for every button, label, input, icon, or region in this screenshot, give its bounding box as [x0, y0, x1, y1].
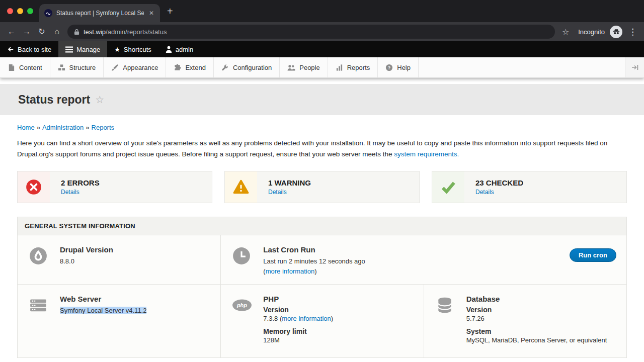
menu-item-appearance[interactable]: Appearance	[104, 57, 166, 77]
home-icon[interactable]: ⌂	[49, 22, 64, 41]
last-cron-run-title: Last Cron Run	[263, 245, 365, 254]
section-header: GENERAL SYSTEM INFORMATION	[18, 217, 626, 235]
forward-icon[interactable]: →	[19, 22, 34, 41]
shortcuts-star-icon: ★	[114, 46, 120, 53]
menu-item-content[interactable]: Content	[0, 57, 50, 77]
hamburger-icon	[65, 46, 73, 53]
manage-button[interactable]: Manage	[58, 41, 107, 57]
configuration-icon	[221, 64, 229, 71]
drupal-version-value: 8.8.0	[60, 256, 113, 266]
svg-text:?: ?	[388, 65, 390, 70]
collapse-icon	[631, 64, 638, 70]
breadcrumb-administration[interactable]: Administration	[42, 124, 84, 131]
shortcuts-button[interactable]: ★ Shortcuts	[107, 41, 158, 57]
appearance-icon	[111, 64, 119, 71]
last-cron-run-cell: Last Cron Run Last run 2 minutes 12 seco…	[220, 235, 626, 284]
user-label: admin	[176, 46, 193, 53]
status-summary: 2 ERRORS Details 1 WARNING Details	[17, 171, 627, 203]
shortcut-toggle-star-icon[interactable]: ☆	[95, 94, 104, 106]
main-content: Home»Administration»Reports Here you can…	[0, 115, 644, 358]
php-version-line: 7.3.8 (more information)	[263, 314, 333, 324]
breadcrumb-separator: »	[86, 124, 89, 131]
manage-label: Manage	[76, 46, 100, 53]
menu-item-extend[interactable]: Extend	[166, 57, 213, 77]
system-requirements-link[interactable]: system requirements.	[394, 150, 459, 158]
warning-details-link[interactable]: Details	[268, 189, 311, 196]
menu-item-configuration[interactable]: Configuration	[214, 57, 280, 77]
database-version-label: Version	[466, 306, 607, 314]
url-text: test.wip/admin/reports/status	[84, 28, 167, 36]
checked-icon-area	[432, 171, 464, 203]
menu-item-structure[interactable]: Structure	[50, 57, 104, 77]
menu-label: Help	[397, 64, 411, 71]
error-details-link[interactable]: Details	[61, 189, 100, 196]
warning-icon-area	[225, 171, 257, 203]
window-zoom-button[interactable]	[27, 8, 33, 14]
intro-text: Here you can find a short overview of yo…	[17, 139, 607, 158]
web-server-title: Web Server	[60, 295, 146, 303]
general-system-information-section: GENERAL SYSTEM INFORMATION Drupal Versio…	[17, 217, 627, 358]
back-icon[interactable]: ←	[4, 22, 19, 41]
window-minimize-button[interactable]	[17, 8, 23, 14]
user-icon	[166, 46, 172, 53]
menu-item-people[interactable]: People	[280, 57, 328, 77]
database-system-label: System	[466, 327, 607, 335]
database-icon	[435, 296, 455, 315]
database-cell: Database Version 5.7.26 System MySQL, Ma…	[424, 285, 626, 357]
lock-icon	[74, 29, 79, 35]
php-memory-value: 128M	[263, 335, 333, 345]
reports-icon	[336, 64, 343, 71]
people-icon	[287, 64, 295, 71]
url-path: /admin/reports/status	[106, 28, 167, 36]
drupal-admin-menu: Content Structure Appearance Extend Conf…	[0, 57, 644, 78]
menu-label: Reports	[347, 64, 370, 71]
reload-icon[interactable]: ↻	[34, 22, 49, 41]
tab-title: Status report | Symfony Local Se	[56, 10, 144, 17]
browser-tabstrip: Status report | Symfony Local Se ✕ +	[0, 0, 644, 22]
browser-tab[interactable]: Status report | Symfony Local Se ✕	[39, 4, 160, 22]
paren: )	[314, 267, 316, 275]
error-count: 2 ERRORS	[61, 178, 100, 187]
drupal-version-cell: Drupal Version 8.8.0	[18, 235, 220, 284]
last-cron-run-value: Last run 2 minutes 12 seconds ago	[263, 256, 365, 266]
user-menu-button[interactable]: admin	[158, 41, 200, 57]
drupal-admin-toolbar: Back to site Manage ★ Shortcuts admin	[0, 41, 644, 57]
web-server-cell: Web Server Symfony Local Server v4.11.2	[18, 285, 220, 357]
bookmark-star-icon[interactable]: ☆	[562, 27, 569, 37]
error-icon	[26, 179, 42, 195]
php-more-information-link[interactable]: more information	[282, 315, 331, 322]
warning-card: 1 WARNING Details	[224, 171, 420, 203]
cron-more-information-link[interactable]: more information	[266, 267, 315, 275]
window-close-button[interactable]	[7, 8, 13, 14]
php-cell: php PHP Version 7.3.8 (more information)…	[220, 285, 423, 357]
menu-item-help[interactable]: ? Help	[378, 57, 419, 77]
warning-icon	[232, 179, 250, 195]
browser-menu-icon[interactable]: ⋮	[628, 27, 637, 37]
paren: )	[331, 315, 333, 322]
incognito-icon	[610, 26, 622, 38]
tab-close-icon[interactable]: ✕	[148, 10, 155, 17]
checked-details-link[interactable]: Details	[475, 189, 523, 196]
extend-icon	[174, 64, 181, 71]
menu-item-reports[interactable]: Reports	[328, 57, 378, 77]
menu-label: Content	[19, 64, 42, 71]
cron-more-info-line: (more information)	[263, 266, 365, 277]
back-to-site-button[interactable]: Back to site	[0, 41, 58, 57]
intro-paragraph: Here you can find a short overview of yo…	[17, 138, 627, 159]
php-memory-label: Memory limit	[263, 327, 333, 335]
breadcrumb-reports[interactable]: Reports	[92, 124, 115, 131]
page-title: Status report	[18, 93, 90, 107]
breadcrumb-home[interactable]: Home	[17, 124, 35, 131]
new-tab-button[interactable]: +	[167, 6, 173, 17]
run-cron-button[interactable]: Run cron	[570, 248, 616, 262]
address-bar[interactable]: test.wip/admin/reports/status	[67, 25, 555, 39]
error-icon-area	[18, 171, 50, 203]
database-system-value: MySQL, MariaDB, Percona Server, or equiv…	[466, 335, 607, 345]
error-card: 2 ERRORS Details	[17, 171, 212, 203]
clock-icon	[232, 246, 252, 265]
checked-card: 23 CHECKED Details	[432, 171, 627, 203]
drupal-version-title: Drupal Version	[60, 245, 113, 254]
page-header: Status report ☆	[0, 84, 644, 115]
menu-collapse-button[interactable]	[625, 57, 644, 77]
structure-icon	[58, 64, 65, 71]
